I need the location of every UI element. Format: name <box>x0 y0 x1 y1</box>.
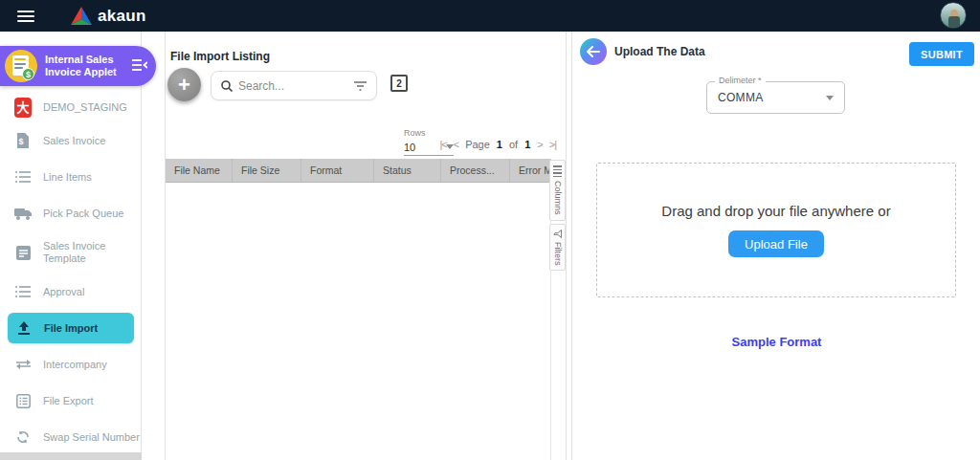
export-icon <box>14 394 32 408</box>
applet-title: Internal SalesInvoice Applet <box>45 54 132 78</box>
topbar: akaun <box>0 0 980 32</box>
table-header-row: File Name File Size Format Status Proces… <box>166 159 551 183</box>
app-window: akaun 大 DEMO_STAGING $ Sales Invoice Lin… <box>0 0 980 460</box>
sidebar-item-label: Line Items <box>43 171 92 183</box>
sidebar-item-label: Swap Serial Number <box>43 431 140 443</box>
search-box <box>211 71 377 100</box>
sidebar-item-line-items[interactable]: Line Items <box>0 159 142 195</box>
sidebar-item-file-import[interactable]: File Import <box>8 313 134 343</box>
back-button[interactable] <box>580 38 607 65</box>
sidebar-item-sales-invoice[interactable]: $ Sales Invoice <box>0 122 142 159</box>
total-pages: 1 <box>524 139 530 150</box>
page-label: Page <box>465 139 490 150</box>
upload-icon <box>15 321 33 335</box>
page-number: 1 <box>497 139 502 150</box>
column-header-file-name[interactable]: File Name <box>166 159 233 182</box>
sample-format-link[interactable]: Sample Format <box>572 335 980 349</box>
sidebar-item-file-import-row: File Import <box>0 310 142 346</box>
next-page-button[interactable]: > <box>537 139 542 150</box>
pages-2-icon[interactable]: 2 <box>390 75 408 92</box>
swap-arrows-icon <box>14 359 32 370</box>
brand-logo: akaun <box>71 7 146 26</box>
file-dropzone[interactable]: Drag and drop your file anywhere or Uplo… <box>596 163 956 297</box>
invoice-applet-icon: $ <box>5 50 37 82</box>
delimiter-select[interactable]: COMMA <box>706 81 845 114</box>
truck-icon <box>14 208 32 220</box>
delimiter-value: COMMA <box>718 91 764 104</box>
listing-title: File Import Listing <box>170 50 270 63</box>
column-header-error-message[interactable]: Error Mes <box>510 159 551 182</box>
akaun-triangle-icon <box>71 7 92 25</box>
search-icon <box>221 80 233 92</box>
sidebar-nav: 大 DEMO_STAGING $ Sales Invoice Line Item… <box>0 92 142 455</box>
delimiter-label: Delimeter * <box>715 76 766 85</box>
rows-value: 10 <box>404 142 415 153</box>
prev-page-button[interactable]: < <box>454 139 458 150</box>
sidebar-item-label: Sales InvoiceTemplate <box>43 240 105 265</box>
list-icon <box>14 171 32 183</box>
table-body-empty <box>166 183 551 460</box>
sidebar-item-sales-invoice-template[interactable]: Sales InvoiceTemplate <box>0 231 142 274</box>
sidebar-item-label: Sales Invoice <box>43 135 105 146</box>
column-header-status[interactable]: Status <box>374 159 441 182</box>
pagination: |< < Page 1 of 1 > >| <box>439 139 556 150</box>
filter-list-icon[interactable] <box>354 81 367 91</box>
sidebar-item-label: File Import <box>44 322 98 334</box>
of-label: of <box>509 139 518 150</box>
brand-name: akaun <box>98 7 146 26</box>
upload-file-button[interactable]: Upload File <box>728 230 824 257</box>
horizontal-scrollbar[interactable] <box>0 452 142 460</box>
list-icon <box>14 286 32 297</box>
rows-label: Rows <box>404 128 426 138</box>
sidebar-item-label: DEMO_STAGING <box>43 101 127 113</box>
sidebar-item-intercompany[interactable]: Intercompany <box>0 346 142 383</box>
sidebar-item-swap-serial-number[interactable]: Swap Serial Number <box>0 419 142 455</box>
sidebar-item-label: Pick Pack Queue <box>43 208 123 219</box>
search-input[interactable] <box>238 79 345 93</box>
column-header-format[interactable]: Format <box>301 159 374 182</box>
dropzone-text: Drag and drop your file anywhere or <box>661 203 890 219</box>
refresh-icon <box>14 430 32 444</box>
tab-columns[interactable]: Columns <box>549 160 566 221</box>
user-avatar[interactable] <box>940 2 967 29</box>
tab-filters[interactable]: Filters <box>549 224 566 272</box>
collapse-sidebar-icon[interactable] <box>132 57 147 75</box>
table-side-tabs: Columns Filters <box>549 160 566 271</box>
sidebar-item-label: Intercompany <box>43 359 107 370</box>
upload-title: Upload The Data <box>614 45 705 58</box>
columns-icon <box>553 165 562 177</box>
tab-columns-label: Columns <box>553 181 563 215</box>
chevron-down-icon <box>826 96 834 100</box>
sidebar-item-file-export[interactable]: File Export <box>0 383 142 419</box>
column-header-file-size[interactable]: File Size <box>233 159 301 182</box>
upload-data-panel: Upload The Data SUBMIT COMMA Delimeter *… <box>571 32 980 460</box>
last-page-button[interactable]: >| <box>549 139 556 150</box>
sidebar-item-demo-staging[interactable]: 大 DEMO_STAGING <box>0 92 142 122</box>
red-app-icon: 大 <box>14 98 32 118</box>
applet-header[interactable]: $ Internal SalesInvoice Applet <box>0 46 156 86</box>
sidebar-item-approval[interactable]: Approval <box>0 274 142 310</box>
file-import-listing-panel: File Import Listing + 2 Rows 10 |< < Pag… <box>165 32 567 460</box>
sidebar-item-label: Approval <box>43 286 84 297</box>
funnel-icon <box>553 230 562 238</box>
tab-filters-label: Filters <box>553 242 563 266</box>
add-button[interactable]: + <box>167 68 201 101</box>
template-icon <box>14 246 32 260</box>
sidebar-item-label: File Export <box>43 395 94 406</box>
invoice-doc-icon: $ <box>14 133 32 149</box>
svg-text:$: $ <box>18 137 23 146</box>
column-header-process[interactable]: Process... <box>441 159 510 182</box>
back-arrow-icon <box>587 46 600 57</box>
menu-icon[interactable] <box>17 11 34 22</box>
first-page-button[interactable]: |< <box>439 139 446 150</box>
submit-button[interactable]: SUBMIT <box>909 42 974 66</box>
sidebar-item-pick-pack-queue[interactable]: Pick Pack Queue <box>0 195 142 231</box>
sidebar: 大 DEMO_STAGING $ Sales Invoice Line Item… <box>0 32 142 460</box>
